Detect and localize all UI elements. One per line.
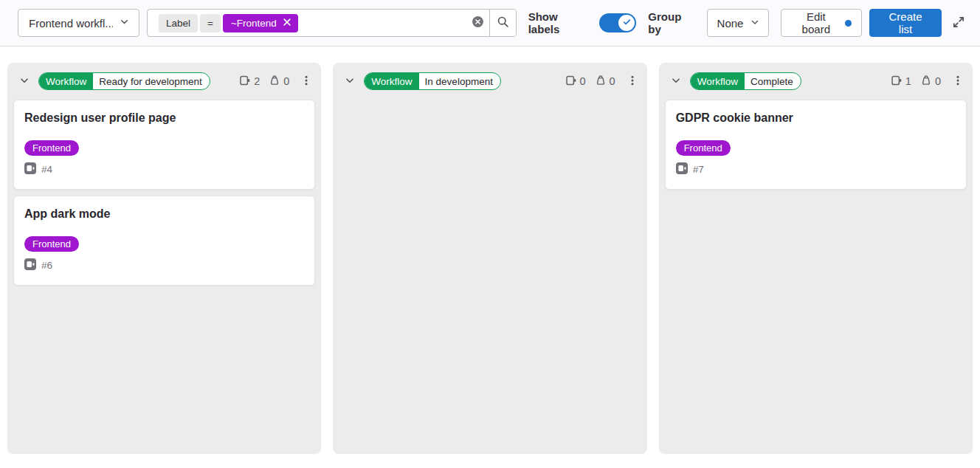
column-scoped-label: Workflow In development — [364, 72, 501, 90]
column-menu-button[interactable] — [627, 75, 638, 89]
vertical-ellipsis-icon — [300, 75, 312, 89]
create-list-button[interactable]: Create list — [869, 9, 942, 37]
weight-count-value: 0 — [283, 75, 289, 87]
weight-count: 0 — [595, 75, 615, 89]
column-collapse-button[interactable] — [17, 73, 32, 90]
issue-count-value: 0 — [580, 75, 586, 87]
column-counts: 2 0 — [239, 75, 289, 89]
filter-token-value-label: ~Frontend — [231, 18, 277, 29]
search-button[interactable] — [489, 10, 516, 36]
clear-circle-icon — [472, 16, 484, 30]
issue-reference: #6 — [41, 260, 52, 271]
issue-card[interactable]: App dark mode Frontend #6 — [13, 196, 315, 286]
label-scope: Workflow — [691, 73, 745, 89]
show-labels-toggle[interactable] — [599, 13, 636, 32]
card-title: App dark mode — [24, 207, 304, 221]
issue-count: 2 — [239, 75, 260, 89]
board-column: Workflow Ready for development 2 0 — [7, 63, 321, 454]
edit-board-button[interactable]: Edit board — [781, 9, 862, 37]
filter-clear-button[interactable] — [472, 16, 484, 30]
issue-card[interactable]: GDPR cookie banner Frontend #7 — [665, 100, 967, 190]
label-value: Complete — [745, 73, 801, 89]
vertical-ellipsis-icon — [952, 75, 964, 89]
filter-tokens[interactable]: Label = ~Frontend — [148, 14, 472, 32]
issue-type-icon — [676, 162, 688, 176]
filter-token-operator[interactable]: = — [200, 14, 221, 32]
weight-count: 0 — [269, 75, 289, 89]
column-header: Workflow Ready for development 2 0 — [7, 63, 321, 98]
issue-reference: #4 — [41, 164, 52, 175]
chevron-down-icon — [119, 16, 130, 30]
card-list: Redesign user profile page Frontend #4 A… — [7, 98, 321, 292]
close-x-icon[interactable] — [283, 18, 291, 29]
chevron-down-icon — [344, 75, 356, 89]
weight-icon — [269, 75, 280, 89]
card-ref-row: #4 — [24, 162, 304, 176]
card-title: GDPR cookie banner — [676, 111, 956, 125]
card-label-pill[interactable]: Frontend — [676, 140, 731, 156]
column-counts: 0 0 — [565, 75, 615, 89]
column-scoped-label: Workflow Complete — [690, 72, 801, 90]
column-header: Workflow In development 0 0 — [333, 63, 646, 98]
issue-count: 1 — [891, 75, 911, 89]
card-label-pill[interactable]: Frontend — [24, 236, 79, 252]
issue-reference: #7 — [693, 164, 704, 175]
card-labels: Frontend — [24, 236, 304, 252]
fullscreen-button[interactable] — [952, 16, 965, 31]
column-counts: 1 0 — [891, 75, 941, 89]
chevron-down-icon — [18, 75, 30, 89]
edit-board-indicator-dot — [845, 20, 852, 27]
board-column: Workflow Complete 1 0 — [659, 63, 973, 454]
board-switcher-dropdown[interactable]: Frontend workfl... — [18, 9, 139, 37]
issue-count-value: 2 — [254, 75, 260, 87]
card-title: Redesign user profile page — [24, 111, 304, 125]
show-labels-label: Show labels — [528, 10, 591, 35]
filter-token-value[interactable]: ~Frontend — [223, 14, 298, 32]
group-by-label: Group by — [648, 10, 696, 35]
issues-icon — [239, 75, 251, 89]
board: Workflow Ready for development 2 0 — [0, 47, 980, 454]
label-scope: Workflow — [365, 73, 418, 89]
chevron-down-icon — [750, 17, 760, 30]
weight-count-value: 0 — [935, 75, 941, 87]
issues-icon — [891, 75, 903, 89]
group-by-dropdown[interactable]: None — [707, 9, 770, 37]
filter-token-key[interactable]: Label — [159, 14, 198, 32]
issue-count: 0 — [565, 75, 586, 89]
toggle-knob — [618, 15, 635, 31]
group-by-value: None — [717, 17, 744, 30]
check-icon — [622, 17, 632, 29]
weight-count: 0 — [920, 75, 941, 89]
chevron-down-icon — [670, 75, 682, 89]
column-menu-button[interactable] — [952, 75, 964, 89]
column-collapse-button[interactable] — [342, 73, 357, 90]
card-label-pill[interactable]: Frontend — [24, 140, 79, 156]
card-ref-row: #6 — [24, 258, 304, 272]
issue-card[interactable]: Redesign user profile page Frontend #4 — [13, 100, 315, 190]
column-collapse-button[interactable] — [669, 73, 683, 90]
column-scoped-label: Workflow Ready for development — [38, 72, 210, 90]
vertical-ellipsis-icon — [627, 75, 638, 89]
filter-bar[interactable]: Label = ~Frontend — [147, 9, 517, 37]
label-scope: Workflow — [39, 73, 93, 89]
weight-count-value: 0 — [610, 75, 615, 87]
card-ref-row: #7 — [676, 162, 956, 176]
board-column: Workflow In development 0 0 — [333, 63, 646, 454]
board-toolbar: Frontend workfl... Label = ~Frontend — [0, 0, 980, 47]
issues-icon — [565, 75, 577, 89]
column-header: Workflow Complete 1 0 — [659, 63, 973, 98]
card-labels: Frontend — [676, 140, 956, 156]
edit-board-label: Edit board — [791, 10, 841, 35]
column-menu-button[interactable] — [300, 75, 312, 89]
weight-icon — [595, 75, 607, 89]
issue-count-value: 1 — [905, 75, 911, 87]
card-labels: Frontend — [24, 140, 304, 156]
board-switcher-label: Frontend workfl... — [29, 17, 113, 30]
weight-icon — [920, 75, 932, 89]
issue-type-icon — [24, 258, 36, 272]
card-list: GDPR cookie banner Frontend #7 — [659, 98, 973, 196]
label-value: Ready for development — [93, 73, 210, 89]
search-icon — [497, 16, 509, 30]
create-list-label: Create list — [881, 10, 930, 35]
label-value: In development — [419, 73, 500, 89]
